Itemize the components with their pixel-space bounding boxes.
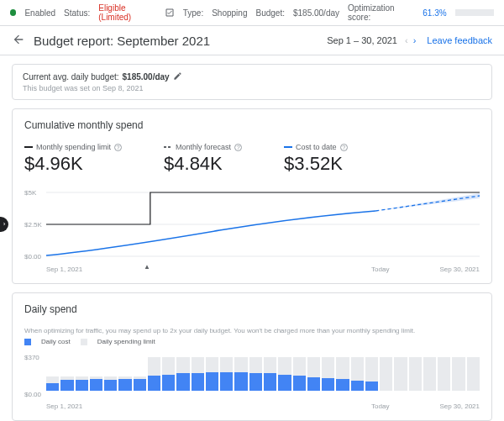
bar-day [293, 357, 306, 391]
back-arrow-icon[interactable] [12, 33, 25, 48]
date-next-icon[interactable]: › [411, 35, 419, 45]
current-budget-label: Current avg. daily budget: [23, 72, 119, 82]
bar-day [148, 357, 160, 391]
current-budget-value: $185.00/day [123, 72, 170, 82]
metric-spending-limit: Monthly spending limit? $4.96K [24, 143, 122, 175]
bar-day [467, 357, 480, 391]
bar-day [409, 357, 422, 391]
metric-cost-to-date: Cost to date? $3.52K [284, 143, 348, 175]
status-value: Eligible (Limited) [98, 3, 155, 22]
bar-day [394, 357, 407, 391]
bar-day [46, 357, 59, 391]
type-value: Shopping [212, 8, 247, 18]
bar-day [438, 357, 450, 391]
opt-score-value: 61.3% [423, 8, 446, 18]
cumulative-title: Cumulative monthly spend [24, 119, 480, 131]
budget-summary-card: Current avg. daily budget: $185.00/day T… [12, 64, 492, 100]
help-icon[interactable]: ? [114, 144, 122, 151]
cumulative-x-axis: Sep 1, 2021 Today Sep 30, 2021 [24, 266, 480, 273]
date-range[interactable]: Sep 1 – 30, 2021 [327, 35, 397, 45]
opt-score-bar [455, 9, 494, 16]
budget-label: Budget: [255, 8, 284, 18]
bar-day [118, 357, 131, 391]
cumulative-chart: $5K $2.5K $0.00 ▲ [24, 187, 480, 262]
budget-value: $185.00/day [293, 8, 339, 18]
bar-day [380, 357, 392, 391]
bar-day [220, 357, 233, 391]
help-icon[interactable]: ? [234, 144, 242, 151]
help-icon[interactable]: ? [340, 144, 348, 151]
daily-chart: $370 $0.00 [24, 350, 480, 401]
bar-day [76, 357, 88, 391]
bar-day [351, 357, 364, 391]
bar-day [60, 357, 73, 391]
bar-day [206, 357, 218, 391]
opt-score-label: Optimization score: [348, 3, 414, 22]
page-title: Budget report: September 2021 [34, 34, 327, 48]
status-dot-icon [10, 9, 16, 16]
enabled-label: Enabled [24, 8, 55, 18]
metric-forecast: Monthly forecast? $4.84K [164, 143, 242, 175]
type-label: Type: [183, 8, 203, 18]
date-prev-icon[interactable]: ‹ [402, 35, 411, 45]
bar-day [249, 357, 262, 391]
bar-day [104, 357, 117, 391]
metric-row: Monthly spending limit? $4.96K Monthly f… [24, 143, 480, 175]
bar-day [162, 357, 175, 391]
bar-day [278, 357, 291, 391]
bar-day [234, 357, 247, 391]
page-header: Budget report: September 2021 Sep 1 – 30… [0, 26, 504, 55]
bar-day [336, 357, 349, 391]
bar-day [423, 357, 436, 391]
cumulative-chart-svg [46, 187, 480, 262]
bar-day [365, 357, 378, 391]
legend-cost-swatch-icon [24, 339, 31, 345]
bar-day [322, 357, 334, 391]
budget-change-marker-icon: ▲ [144, 263, 150, 271]
campaign-top-bar: Enabled Status: Eligible (Limited) Type:… [0, 0, 504, 26]
daily-legend: Daily cost Daily spending limit [24, 338, 480, 345]
bar-day [452, 357, 465, 391]
daily-spend-card: Daily spend When optimizing for traffic,… [12, 292, 492, 421]
status-check-icon [165, 8, 175, 18]
bar-day [90, 357, 102, 391]
budget-set-date: This budget was set on Sep 8, 2021 [23, 84, 481, 92]
legend-limit-swatch-icon [81, 339, 87, 345]
bar-day [264, 357, 276, 391]
bar-day [307, 357, 320, 391]
daily-x-axis: Sep 1, 2021 Today Sep 30, 2021 [24, 403, 480, 410]
bar-day [176, 357, 189, 391]
leave-feedback-link[interactable]: Leave feedback [427, 35, 492, 45]
status-label: Status: [64, 8, 90, 18]
cumulative-spend-card: Cumulative monthly spend Monthly spendin… [12, 108, 492, 284]
bar-day [134, 357, 146, 391]
daily-title: Daily spend [24, 303, 480, 315]
daily-note: When optimizing for traffic, you may spe… [24, 327, 480, 334]
bar-day [192, 357, 204, 391]
edit-budget-icon[interactable] [173, 71, 182, 82]
